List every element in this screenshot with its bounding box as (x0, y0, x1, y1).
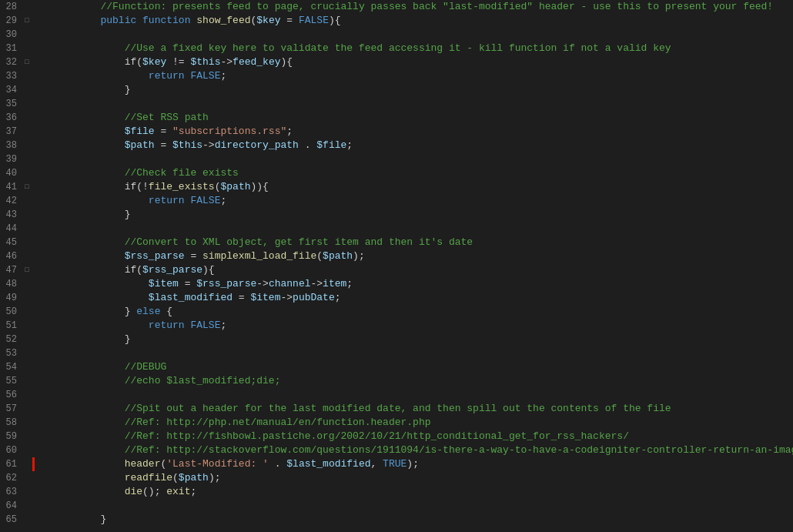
fold-icon (22, 320, 32, 331)
token-false: FALSE (299, 15, 329, 26)
gutter-row: 58 (0, 416, 46, 430)
token-false: FALSE (190, 70, 220, 82)
fold-icon (22, 2, 32, 12)
fold-icon (22, 43, 32, 54)
token-plain: if( (125, 56, 142, 68)
code-line (52, 346, 793, 360)
gutter-row: 44 (0, 222, 46, 236)
fold-icon (22, 71, 32, 82)
token-variable: $rss_parse (125, 250, 185, 262)
code-line: } (52, 513, 793, 527)
error-indicator (32, 97, 35, 111)
token-plain: ; (286, 125, 293, 137)
fold-icon (22, 168, 32, 179)
line-number: 28 (0, 2, 22, 12)
fold-icon (22, 140, 32, 151)
error-indicator (32, 499, 35, 513)
token-keyword: else (136, 306, 160, 317)
error-indicator (32, 14, 35, 28)
error-indicator (32, 0, 35, 14)
gutter-row: 45 (0, 236, 46, 249)
token-plain: )){ (251, 181, 269, 192)
token-plain: = (155, 139, 172, 151)
fold-icon[interactable]: □ (22, 57, 32, 68)
code-line: if($rss_parse){ (52, 263, 793, 277)
error-indicator (32, 277, 35, 291)
token-plain: , (371, 458, 383, 470)
fold-icon (22, 514, 32, 525)
token-variable: $path (220, 181, 250, 192)
error-indicator (32, 28, 35, 42)
code-line: if($key != $this->feed_key){ (52, 55, 793, 69)
error-indicator (32, 305, 35, 319)
code-line: header('Last-Modified: ' . $last_modifie… (52, 457, 793, 471)
gutter-row: 41□ (0, 180, 46, 194)
error-indicator (32, 152, 35, 166)
fold-icon (22, 126, 32, 137)
error-indicator (32, 222, 35, 236)
gutter-row: 36 (0, 111, 46, 125)
gutter-row: 60 (0, 443, 46, 457)
error-indicator (32, 346, 35, 360)
fold-icon (22, 459, 32, 470)
code-content[interactable]: //Function: presents feed to page, cruci… (46, 0, 793, 532)
token-plain: ( (172, 472, 179, 483)
line-number: 44 (0, 223, 22, 234)
line-number: 34 (0, 85, 22, 95)
error-indicator (32, 291, 35, 305)
token-function: show_feed (196, 15, 250, 26)
fold-icon (22, 431, 32, 442)
line-number: 47 (0, 265, 22, 276)
code-line: $item = $rss_parse->channel->item; (52, 277, 793, 291)
fold-icon (22, 500, 32, 511)
gutter-row: 46 (0, 249, 46, 263)
gutter-row: 51 (0, 319, 46, 333)
token-false: TRUE (383, 458, 407, 470)
line-gutter: 2829□303132□333435363738394041□424344454… (0, 0, 46, 532)
fold-icon (22, 473, 32, 483)
token-variable: $item (149, 278, 179, 289)
fold-icon (22, 445, 32, 456)
token-plain: -> (256, 278, 269, 289)
error-indicator (32, 166, 35, 180)
token-plain: (); (142, 486, 166, 497)
fold-icon[interactable]: □ (22, 265, 32, 276)
gutter-row: 56 (0, 388, 46, 402)
error-indicator (32, 55, 35, 69)
line-number: 39 (0, 154, 22, 165)
line-number: 51 (0, 320, 22, 331)
token-plain: ); (353, 250, 365, 262)
code-line: //Set RSS path (52, 111, 793, 125)
token-function: simplexml_load_file (202, 250, 316, 262)
token-variable: $path (125, 139, 155, 151)
fold-icon (22, 306, 32, 317)
token-plain: ; (335, 292, 341, 303)
fold-icon[interactable]: □ (22, 182, 32, 192)
code-line: $file = "subscriptions.rss"; (52, 125, 793, 139)
error-indicator (32, 83, 35, 97)
error-indicator (32, 180, 35, 194)
fold-icon (22, 417, 32, 428)
line-number: 58 (0, 417, 22, 428)
code-line (52, 388, 793, 402)
fold-icon[interactable]: □ (22, 15, 32, 26)
fold-icon (22, 237, 32, 248)
gutter-row: 49 (0, 291, 46, 305)
code-line: } (52, 208, 793, 222)
error-indicator (32, 457, 35, 471)
code-line: return FALSE; (52, 319, 793, 333)
fold-icon (22, 487, 32, 497)
line-number: 61 (0, 459, 22, 470)
line-number: 35 (0, 99, 22, 109)
token-variable: $file (316, 139, 346, 151)
code-line: return FALSE; (52, 69, 793, 83)
token-plain: = (179, 278, 196, 289)
fold-icon (22, 29, 32, 40)
token-variable: directory_path (215, 139, 299, 151)
gutter-row: 53 (0, 346, 46, 360)
token-function: file_exists (149, 181, 215, 192)
error-indicator (32, 485, 35, 499)
line-number: 30 (0, 29, 22, 40)
fold-icon (22, 334, 32, 345)
token-plain: { (160, 306, 172, 317)
